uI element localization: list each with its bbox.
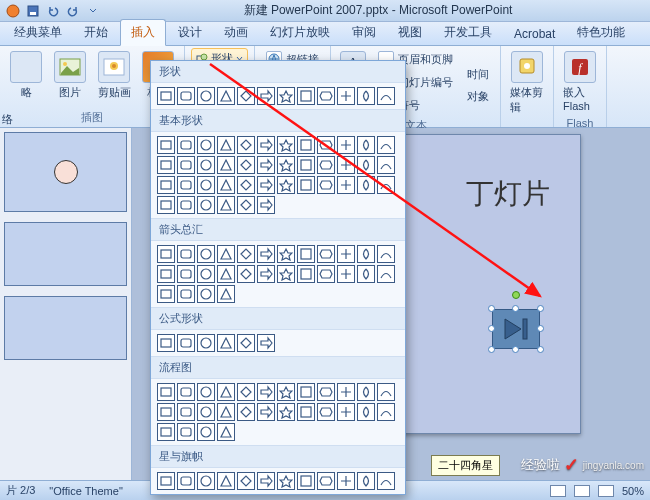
shape-option[interactable] [217, 156, 235, 174]
shape-option[interactable] [297, 245, 315, 263]
resize-handle[interactable] [537, 325, 544, 332]
shape-option[interactable] [337, 403, 355, 421]
shape-option[interactable] [177, 403, 195, 421]
shape-option[interactable] [177, 156, 195, 174]
shape-option[interactable] [377, 403, 395, 421]
shape-option[interactable] [217, 403, 235, 421]
shape-option[interactable] [157, 334, 175, 352]
tab-anim[interactable]: 动画 [214, 20, 258, 45]
tab-view[interactable]: 视图 [388, 20, 432, 45]
shape-option[interactable] [197, 472, 215, 490]
shape-option[interactable] [317, 245, 335, 263]
shape-option[interactable] [377, 383, 395, 401]
shape-option[interactable] [237, 196, 255, 214]
flash-button[interactable]: f嵌入 Flash [560, 48, 600, 115]
tab-classic[interactable]: 经典菜单 [4, 20, 72, 45]
shape-option[interactable] [277, 403, 295, 421]
shape-option[interactable] [237, 245, 255, 263]
save-icon[interactable] [24, 2, 42, 20]
shape-option[interactable] [217, 285, 235, 303]
shape-option[interactable] [377, 176, 395, 194]
shape-option[interactable] [317, 265, 335, 283]
shape-option[interactable] [317, 383, 335, 401]
shape-option[interactable] [157, 87, 175, 105]
shapes-gallery[interactable]: 形状 基本形状 箭头总汇 公式形状 流程图 星与旗帜 [150, 60, 406, 495]
qat-more-icon[interactable] [84, 2, 102, 20]
shape-option[interactable] [297, 383, 315, 401]
tab-acrobat[interactable]: Acrobat [504, 23, 565, 45]
zoom-level[interactable]: 50% [622, 485, 644, 497]
shape-option[interactable] [357, 383, 375, 401]
slide-thumbnails[interactable] [0, 128, 132, 480]
redo-icon[interactable] [64, 2, 82, 20]
shape-option[interactable] [157, 265, 175, 283]
shape-option[interactable] [217, 265, 235, 283]
shape-option[interactable] [237, 403, 255, 421]
shape-option[interactable] [177, 285, 195, 303]
tab-dev[interactable]: 开发工具 [434, 20, 502, 45]
shape-option[interactable] [197, 87, 215, 105]
slideshow-view-button[interactable] [598, 485, 614, 497]
shape-option[interactable] [217, 136, 235, 154]
tab-home[interactable]: 开始 [74, 20, 118, 45]
shape-option[interactable] [217, 472, 235, 490]
shape-option[interactable] [357, 87, 375, 105]
shape-option[interactable] [157, 285, 175, 303]
shape-option[interactable] [297, 87, 315, 105]
shape-option[interactable] [157, 136, 175, 154]
shape-option[interactable] [257, 196, 275, 214]
clipart-button[interactable]: 剪贴画 [94, 48, 134, 103]
shape-option[interactable] [297, 156, 315, 174]
shape-option[interactable] [337, 176, 355, 194]
undo-icon[interactable] [44, 2, 62, 20]
shape-option[interactable] [197, 196, 215, 214]
shape-option[interactable] [357, 156, 375, 174]
office-orb[interactable] [4, 2, 22, 20]
resize-handle[interactable] [488, 305, 495, 312]
shape-option[interactable] [237, 156, 255, 174]
shape-option[interactable] [257, 87, 275, 105]
object-button[interactable]: 对象 [462, 86, 494, 107]
shape-option[interactable] [317, 472, 335, 490]
shape-option[interactable] [317, 403, 335, 421]
shape-option[interactable] [217, 245, 235, 263]
shape-option[interactable] [357, 265, 375, 283]
shape-option[interactable] [337, 383, 355, 401]
shape-option[interactable] [277, 245, 295, 263]
shape-option[interactable] [237, 176, 255, 194]
normal-view-button[interactable] [550, 485, 566, 497]
shape-option[interactable] [177, 196, 195, 214]
shape-option[interactable] [337, 136, 355, 154]
shape-option[interactable] [317, 176, 335, 194]
shape-option[interactable] [297, 403, 315, 421]
shape-option[interactable] [257, 383, 275, 401]
resize-handle[interactable] [512, 346, 519, 353]
picture-button[interactable]: 图片 [50, 48, 90, 103]
ribbon-le-button[interactable]: 略 [6, 48, 46, 103]
rotate-handle[interactable] [512, 291, 520, 299]
shape-option[interactable] [177, 245, 195, 263]
shape-option[interactable] [377, 472, 395, 490]
shape-option[interactable] [357, 472, 375, 490]
shape-option[interactable] [257, 156, 275, 174]
resize-handle[interactable] [488, 325, 495, 332]
datetime-button[interactable]: 时间 [462, 64, 494, 85]
shape-option[interactable] [357, 245, 375, 263]
shape-option[interactable] [257, 176, 275, 194]
shape-option[interactable] [277, 136, 295, 154]
tab-review[interactable]: 审阅 [342, 20, 386, 45]
shape-option[interactable] [157, 472, 175, 490]
shape-option[interactable] [297, 176, 315, 194]
resize-handle[interactable] [537, 305, 544, 312]
shape-option[interactable] [157, 403, 175, 421]
shape-option[interactable] [277, 156, 295, 174]
shape-option[interactable] [297, 472, 315, 490]
shape-option[interactable] [197, 176, 215, 194]
resize-handle[interactable] [488, 346, 495, 353]
shape-option[interactable] [217, 196, 235, 214]
shape-option[interactable] [157, 156, 175, 174]
shape-option[interactable] [237, 265, 255, 283]
shape-option[interactable] [197, 245, 215, 263]
shape-option[interactable] [177, 176, 195, 194]
shape-option[interactable] [337, 265, 355, 283]
